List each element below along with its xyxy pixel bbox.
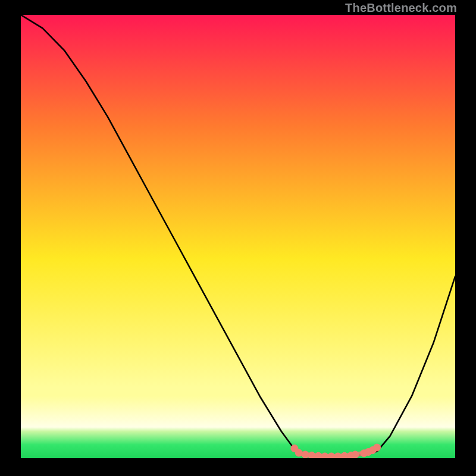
marker-dot [315, 452, 322, 458]
marker-dot [328, 453, 335, 458]
marker-dot [321, 453, 328, 458]
marker-dot [352, 451, 359, 458]
plot-area [21, 15, 455, 458]
marker-dot [334, 453, 342, 458]
marker-dot [308, 452, 315, 459]
marker-dot [374, 444, 381, 451]
marker-dot [302, 451, 309, 458]
attribution-label: TheBottleneck.com [345, 1, 457, 15]
marker-dot [295, 449, 302, 456]
bottleneck-chart [21, 15, 455, 458]
marker-dot [341, 452, 348, 458]
chart-container: TheBottleneck.com [0, 0, 476, 476]
